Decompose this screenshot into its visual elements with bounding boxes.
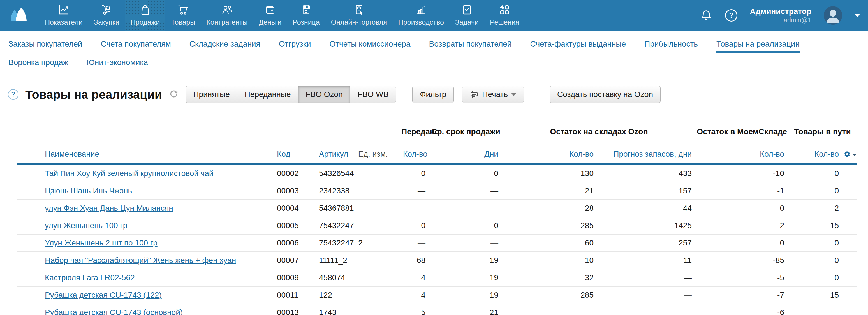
- cell-article: 458074: [317, 273, 356, 282]
- column-header-ozon_qty[interactable]: Кол-во: [502, 141, 597, 163]
- product-link[interactable]: Цзюнь Шань Инь Чжэнь: [45, 186, 132, 195]
- nav-item-counterparties-people[interactable]: Контрагенты: [201, 0, 253, 31]
- nav-item-goods-cart[interactable]: Товары: [165, 0, 201, 31]
- nav-item-production-factory[interactable]: Производство: [393, 0, 450, 31]
- print-button[interactable]: Печать: [462, 86, 524, 103]
- create-ozon-supply-label: Создать поставку на Ozon: [557, 90, 653, 99]
- table-row[interactable]: Кастрюля Lara LR02-5620000945807441932—-…: [17, 269, 857, 287]
- cell-name: Набор чая "Расслабляющий" Жень жень + фе…: [17, 256, 275, 265]
- nav-item-tasks-check[interactable]: Задачи: [450, 0, 484, 31]
- help-icon[interactable]: ?: [725, 9, 737, 22]
- page-help-icon[interactable]: ?: [8, 89, 19, 100]
- cell-in_transit: 0: [788, 273, 843, 282]
- table-row[interactable]: Тай Пин Хоу Куй зеленый крупнолистовой ч…: [17, 165, 857, 183]
- subnav-tab[interactable]: Заказы покупателей: [8, 35, 82, 53]
- subnav-tab[interactable]: Воронка продаж: [8, 53, 68, 72]
- cell-avg_days: 0: [429, 169, 502, 178]
- table-row[interactable]: Рубашка детская CU-1743 (основной)000131…: [17, 304, 857, 315]
- sales-subnav: Заказы покупателейСчета покупателямСклад…: [0, 31, 868, 75]
- column-header-code[interactable]: Код: [275, 141, 317, 163]
- cell-forecast_days: 433: [597, 169, 695, 178]
- moysklad-logo-icon[interactable]: [7, 7, 30, 24]
- subnav-tab[interactable]: Отгрузки: [279, 35, 311, 53]
- cell-ozon_qty: 130: [502, 169, 597, 178]
- cell-transferred: 0: [401, 221, 429, 230]
- subnav-tab[interactable]: Возвраты покупателей: [429, 35, 512, 53]
- cell-code: 00011: [275, 291, 317, 300]
- subnav-tab[interactable]: Прибыльность: [644, 35, 698, 53]
- user-menu[interactable]: Администратор admin@1: [750, 7, 811, 24]
- table-body: Тай Пин Хоу Куй зеленый крупнолистовой ч…: [17, 163, 857, 315]
- subnav-tab[interactable]: Счета-фактуры выданные: [530, 35, 626, 53]
- segment-button[interactable]: Переданные: [237, 86, 299, 103]
- cell-avg_days: 19: [429, 256, 502, 265]
- subnav-tab[interactable]: Юнит-экономика: [87, 53, 148, 72]
- segment-button[interactable]: FBO WB: [350, 86, 396, 103]
- nav-item-sales-bag[interactable]: Продажи: [125, 0, 165, 31]
- nav-item-retail-store[interactable]: Розница: [287, 0, 326, 31]
- nav-item-label: Товары: [171, 18, 195, 26]
- user-avatar[interactable]: [824, 6, 842, 25]
- table-row[interactable]: Набор чая "Расслабляющий" Жень жень + фе…: [17, 252, 857, 269]
- nav-item-purchases-dolly[interactable]: Закупки: [88, 0, 125, 31]
- cell-avg_days: 0: [429, 221, 502, 230]
- topbar: ПоказателиЗакупкиПродажиТоварыКонтрагент…: [0, 0, 868, 31]
- subnav-row-2: Воронка продажЮнит-экономика: [8, 53, 868, 72]
- cell-transferred: —: [401, 186, 429, 195]
- cell-code: 00013: [275, 308, 317, 315]
- product-link[interactable]: Тай Пин Хоу Куй зеленый крупнолистовой ч…: [45, 169, 214, 178]
- product-link[interactable]: Рубашка детская CU-1743 (основной): [45, 308, 183, 315]
- table-row[interactable]: Цзюнь Шань Инь Чжэнь000032342338——21157-…: [17, 183, 857, 200]
- product-link[interactable]: Рубашка детская CU-1743 (122): [45, 291, 162, 299]
- column-header-transferred[interactable]: Кол-во: [401, 141, 429, 163]
- nav-item-label: Закупки: [94, 18, 119, 26]
- nav-item-online-trade[interactable]: Онлайн-торговля: [326, 0, 393, 31]
- refresh-icon[interactable]: [169, 89, 178, 99]
- cell-name: Кастрюля Lara LR02-562: [17, 273, 275, 282]
- product-link[interactable]: Улун Женьшень 2 шт по 100 гр: [45, 239, 157, 247]
- column-header-article[interactable]: Артикул: [317, 141, 356, 163]
- user-login: admin@1: [750, 17, 811, 24]
- cell-forecast_days: 157: [597, 186, 695, 195]
- column-settings-button[interactable]: [843, 141, 857, 163]
- segment-button[interactable]: FBO Ozon: [298, 86, 350, 103]
- product-link[interactable]: улун Женьшень 100 гр: [45, 221, 127, 230]
- cell-ms_qty: -1: [695, 186, 788, 195]
- nav-item-money-wallet[interactable]: Деньги: [253, 0, 287, 31]
- cell-ms_qty: -6: [695, 308, 788, 315]
- segment-button[interactable]: Принятые: [186, 86, 237, 103]
- nav-item-solutions-apps[interactable]: Решения: [484, 0, 525, 31]
- subnav-tab[interactable]: Товары на реализации: [716, 35, 800, 53]
- table-row[interactable]: улун Фэн Хуан Дань Цун Милансян000045436…: [17, 200, 857, 217]
- column-header-forecast_days[interactable]: Прогноз запасов, дни: [597, 141, 695, 163]
- subnav-tab[interactable]: Складские задания: [189, 35, 260, 53]
- column-header-avg_days[interactable]: Дни: [429, 141, 502, 163]
- cell-name: улун Женьшень 100 гр: [17, 221, 275, 230]
- subnav-tab[interactable]: Отчеты комиссионера: [330, 35, 411, 53]
- table-group-header-row: ПереданоСр. срок продажиОстаток на склад…: [17, 112, 857, 141]
- column-header-in_transit[interactable]: Кол-во: [788, 141, 843, 163]
- product-link[interactable]: Кастрюля Lara LR02-562: [45, 273, 135, 282]
- printer-icon: [470, 90, 479, 99]
- filter-button[interactable]: Фильтр: [412, 86, 454, 103]
- column-header-ms_qty[interactable]: Кол-во: [695, 141, 788, 163]
- table-row[interactable]: Рубашка детская CU-1743 (122)00011122419…: [17, 287, 857, 304]
- cell-forecast_days: 257: [597, 239, 695, 248]
- table-row[interactable]: Улун Женьшень 2 шт по 100 гр000067543224…: [17, 234, 857, 252]
- nav-item-label: Показатели: [45, 18, 83, 26]
- user-menu-caret-icon[interactable]: [855, 14, 860, 17]
- nav-item-indicators-chart[interactable]: Показатели: [39, 0, 88, 31]
- product-link[interactable]: Набор чая "Расслабляющий" Жень жень + фе…: [45, 256, 236, 264]
- table-row[interactable]: улун Женьшень 100 гр00005754322470028514…: [17, 217, 857, 234]
- cell-avg_days: —: [429, 186, 502, 195]
- create-ozon-supply-button[interactable]: Создать поставку на Ozon: [550, 86, 660, 103]
- notifications-bell-icon[interactable]: [700, 9, 713, 22]
- production-factory-icon: [414, 4, 427, 16]
- cell-avg_days: 21: [429, 308, 502, 315]
- sales-bag-icon: [139, 4, 152, 16]
- group-header: Товары в пути: [788, 112, 857, 141]
- product-link[interactable]: улун Фэн Хуан Дань Цун Милансян: [45, 204, 173, 213]
- subnav-tab[interactable]: Счета покупателям: [101, 35, 171, 53]
- cell-ozon_qty: 21: [502, 186, 597, 195]
- column-header-name[interactable]: Наименование: [17, 141, 275, 163]
